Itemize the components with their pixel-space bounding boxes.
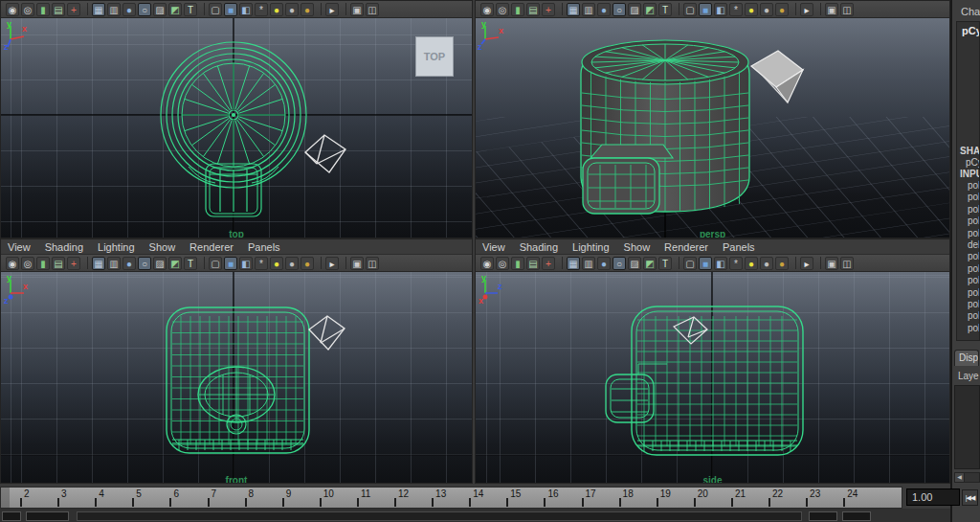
channel-box-input-node[interactable]: poly [957,192,979,203]
anim-start-field[interactable] [2,511,21,521]
bookmarks-icon[interactable]: ▮ [36,257,50,270]
camera-attributes-icon[interactable]: ◎ [496,257,509,270]
field-chart-icon[interactable]: ▨ [153,257,167,270]
textured-mode-icon[interactable]: ◧ [239,3,253,16]
grid-icon[interactable]: ▦ [567,3,580,16]
resolution-gate-icon[interactable]: ● [122,3,136,16]
channel-box-input-node[interactable]: poly [957,275,979,286]
film-gate-icon[interactable]: ▥ [582,3,595,16]
channel-box-input-node[interactable]: dele [957,239,979,251]
anim-end-field[interactable] [842,511,871,521]
channels-menu[interactable]: Chan [952,0,980,21]
channel-box-input-node[interactable]: poly [957,323,979,334]
channel-box-list[interactable]: pCyli SHAP pCy INPUT polypolypolypolypol… [956,21,980,341]
display-tab[interactable]: Disp [954,350,979,366]
resolution-gate-icon[interactable]: ● [597,257,611,270]
textured-mode-icon[interactable]: ◧ [714,3,727,16]
no-lighting-icon[interactable]: ● [301,3,314,16]
plain-object-icon[interactable]: ▣ [350,3,364,16]
diamond-object-front-view[interactable] [309,316,345,350]
select-camera-icon[interactable]: ◉ [6,257,19,270]
safe-title-icon[interactable]: T [184,3,197,16]
wireframe-mode-icon[interactable]: ▢ [683,3,697,16]
viewport-menu-lighting[interactable]: Lighting [98,241,135,253]
pan-zoom-icon[interactable]: + [542,257,555,270]
pan-zoom-icon[interactable]: + [67,3,80,16]
frame-number[interactable]: 16 [547,488,558,499]
bookmarks-icon[interactable]: ▮ [511,3,524,16]
use-all-lights-icon[interactable]: * [729,3,743,16]
frame-number[interactable]: 17 [586,488,596,499]
safe-title-icon[interactable]: T [658,257,672,270]
frame-number[interactable]: 23 [810,488,820,499]
gate-mask-icon[interactable]: ○ [138,257,151,270]
image-plane-icon[interactable]: ▤ [526,3,540,16]
viewport-front-canvas[interactable]: y x z front [1,272,472,484]
shaded-mode-icon[interactable]: ■ [224,3,237,16]
channel-box-input-node[interactable]: poly [957,204,979,216]
bookmarks-icon[interactable]: ▮ [511,257,524,270]
safe-title-icon[interactable]: T [184,257,197,270]
no-lighting-icon[interactable]: ● [775,257,789,270]
channel-box-input-node[interactable]: poly [957,251,979,262]
viewport-menu-panels[interactable]: Panels [723,241,755,253]
frame-number[interactable]: 7 [212,488,217,499]
channel-box-input-node[interactable]: poly [957,287,979,299]
safe-title-icon[interactable]: T [658,3,672,16]
frame-number[interactable]: 19 [660,488,671,499]
mug-object-persp-view[interactable] [581,40,749,214]
range-slider[interactable] [77,511,802,521]
layer-scrollbar[interactable]: ◀ [954,472,980,483]
framed-object-icon[interactable]: ◫ [366,3,379,16]
frame-number[interactable]: 8 [249,488,255,499]
frame-number[interactable]: 12 [398,488,409,499]
frame-number[interactable]: 9 [286,488,292,499]
isolate-select-icon[interactable]: ▸ [325,257,339,270]
channel-box-object-name[interactable]: pCyli [957,22,979,36]
isolate-select-icon[interactable]: ▸ [800,257,813,270]
use-all-lights-icon[interactable]: * [729,257,743,270]
mug-object-side-view[interactable] [606,306,803,455]
playback-start-field[interactable] [26,511,69,521]
film-gate-icon[interactable]: ▥ [107,3,121,16]
channel-box-input-node[interactable]: poly [957,299,979,310]
viewport-menu-panels[interactable]: Panels [248,241,280,253]
diamond-object-top-view[interactable] [305,135,345,172]
view-cube-top-label[interactable]: TOP [415,36,454,77]
flat-lighting-icon[interactable]: ● [760,3,773,16]
gate-mask-icon[interactable]: ○ [612,257,626,270]
viewport-persp-canvas[interactable]: y x z persp [476,18,949,238]
gate-mask-icon[interactable]: ○ [138,3,151,16]
grid-icon[interactable]: ▦ [92,257,105,270]
frame-number[interactable]: 2 [24,488,30,499]
viewport-front[interactable]: ViewShadingLightingShowRendererPanels ◉◎… [0,238,473,484]
diamond-object-persp-view[interactable] [751,51,803,102]
viewport-menu-shading[interactable]: Shading [520,241,558,253]
shaded-mode-icon[interactable]: ■ [699,3,712,16]
gate-mask-icon[interactable]: ○ [612,3,626,16]
field-chart-icon[interactable]: ▨ [153,3,167,16]
default-lighting-icon[interactable]: ● [745,257,758,270]
field-chart-icon[interactable]: ▨ [628,257,641,270]
plain-object-icon[interactable]: ▣ [825,3,838,16]
isolate-select-icon[interactable]: ▸ [800,3,813,16]
viewport-menu-view[interactable]: View [482,241,505,253]
playback-end-field[interactable] [809,511,837,521]
viewport-menu-shading[interactable]: Shading [45,241,83,253]
current-time-field[interactable]: 1.00 [906,488,960,506]
textured-mode-icon[interactable]: ◧ [714,257,727,270]
frame-number[interactable]: 24 [847,488,858,499]
layer-list[interactable] [954,385,980,469]
grid-icon[interactable]: ▦ [567,257,580,270]
frame-number[interactable]: 4 [99,488,104,499]
textured-mode-icon[interactable]: ◧ [239,257,253,270]
resolution-gate-icon[interactable]: ● [597,3,611,16]
frame-number[interactable]: 15 [510,488,521,499]
camera-attributes-icon[interactable]: ◎ [21,3,34,16]
viewport-menu-lighting[interactable]: Lighting [572,241,610,253]
frame-number[interactable]: 20 [698,488,708,499]
flat-lighting-icon[interactable]: ● [285,3,299,16]
select-camera-icon[interactable]: ◉ [480,3,494,16]
select-camera-icon[interactable]: ◉ [480,257,494,270]
safe-action-icon[interactable]: ◩ [168,3,182,16]
